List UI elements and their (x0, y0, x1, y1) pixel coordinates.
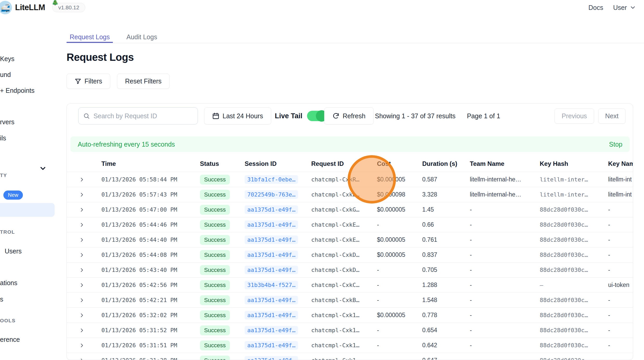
reset-filters-button[interactable]: Reset Filters (117, 74, 170, 89)
sidebar-section-tools: OOLS (0, 318, 16, 324)
showing-results-text: Showing 1 - 37 of 37 results (375, 112, 456, 120)
cell-request-id: chatcmpl-Cxk1… (311, 342, 377, 349)
col-duration: Duration (s) (422, 160, 470, 167)
session-id-link[interactable]: aa1375d1-e49f… (245, 356, 298, 360)
expand-row-chevron-icon[interactable] (67, 267, 101, 273)
expand-row-chevron-icon[interactable] (67, 192, 101, 198)
refresh-button[interactable]: Refresh (324, 107, 374, 125)
expand-row-chevron-icon[interactable] (67, 237, 101, 243)
cell-status: Success (200, 341, 245, 350)
cell-cost: $0.000005 (377, 236, 422, 243)
cell-session-id: aa1375d1-e49f… (245, 341, 311, 350)
cell-status: Success (200, 280, 245, 290)
previous-page-button[interactable]: Previous (555, 108, 594, 124)
live-tail-label: Live Tail (275, 112, 302, 120)
sidebar-item-guardrails[interactable]: ils (0, 134, 6, 142)
expand-row-chevron-icon[interactable] (67, 207, 101, 213)
cell-time: 01/13/2026 05:58:44 PM (101, 176, 200, 183)
expand-row-chevron-icon[interactable] (67, 176, 101, 183)
sidebar-item-logs-selected[interactable] (0, 203, 55, 217)
expand-row-chevron-icon[interactable] (67, 342, 101, 349)
cell-duration: 0.66 (422, 221, 470, 228)
sidebar-item-keys[interactable]: Keys (0, 55, 15, 63)
cell-time: 01/13/2026 05:32:02 PM (101, 312, 200, 318)
time-range-button[interactable]: Last 24 Hours (204, 107, 271, 125)
cell-key-name: - (608, 297, 633, 304)
table-row: 01/13/2026 05:57:43 PM Success 7022549b-… (67, 187, 633, 202)
expand-row-chevron-icon[interactable] (67, 357, 101, 360)
sidebar-collapse-chevron-icon[interactable] (39, 165, 47, 172)
session-id-link[interactable]: 7022549b-763e… (245, 190, 298, 199)
cell-team-name: - (470, 282, 540, 289)
sidebar-item-models-endpoints[interactable]: + Endpoints (0, 87, 35, 94)
cell-duration: 0.647 (422, 357, 470, 360)
cell-status: Success (200, 295, 245, 305)
cell-key-hash: 88dc28d0f030c… (540, 342, 608, 349)
session-id-link[interactable]: 31bfa1cf-0ebe… (245, 175, 298, 184)
sidebar-item-api-reference[interactable]: erence (0, 336, 20, 343)
tabs: Request Logs Audit Logs (67, 33, 644, 43)
session-id-link[interactable]: aa1375d1-e49f… (245, 220, 298, 229)
cell-cost: - (377, 282, 422, 289)
train-emoji-icon: 🚅 (0, 3, 10, 12)
expand-row-chevron-icon[interactable] (67, 252, 101, 258)
new-feature-badge: New (3, 191, 23, 200)
cell-time: 01/13/2026 05:42:56 PM (101, 282, 200, 288)
cell-status: Success (200, 205, 245, 215)
tab-audit-logs[interactable]: Audit Logs (123, 33, 160, 43)
session-id-link[interactable]: aa1375d1-e49f… (245, 311, 298, 319)
cell-key-hash: 88dc28d0f030c… (540, 327, 608, 333)
session-id-link[interactable]: aa1375d1-e49f… (245, 251, 298, 259)
sidebar-item-users[interactable]: Users (5, 247, 22, 255)
cell-duration: 0.654 (422, 327, 470, 334)
cell-request-id: chatcmpl-CxkR… (311, 176, 377, 183)
cell-key-name: - (608, 206, 633, 213)
search-box (78, 107, 198, 125)
session-id-link[interactable]: aa1375d1-e49f… (245, 341, 298, 350)
cell-key-name: - (608, 221, 633, 228)
expand-row-chevron-icon[interactable] (67, 282, 101, 288)
cell-team-name: - (470, 297, 540, 304)
tab-request-logs[interactable]: Request Logs (67, 33, 113, 43)
filters-button[interactable]: Filters (67, 74, 110, 89)
cell-cost: $0.000005 (377, 312, 422, 319)
cell-key-hash: litellm-inter… (540, 191, 608, 198)
cell-time: 01/13/2026 05:44:08 PM (101, 252, 200, 258)
session-id-link[interactable]: aa1375d1-e49f… (245, 266, 298, 274)
cell-request-id: chatcmpl-CxkD… (311, 252, 377, 258)
search-input[interactable] (93, 112, 193, 120)
version-label: v1.80.12 (58, 4, 79, 10)
cell-duration: 1.45 (422, 206, 470, 213)
sidebar-item-teams[interactable]: s (0, 296, 3, 303)
results-info: Showing 1 - 37 of 37 results Page 1 of 1 (375, 107, 500, 125)
expand-row-chevron-icon[interactable] (67, 327, 101, 333)
next-page-button[interactable]: Next (598, 108, 626, 124)
user-menu[interactable]: User (613, 4, 636, 11)
session-id-link[interactable]: aa1375d1-e49f… (245, 326, 298, 335)
cell-team-name: - (470, 221, 540, 228)
session-id-link[interactable]: 31b3b4b4-f527… (245, 281, 298, 289)
expand-row-chevron-icon[interactable] (67, 297, 101, 303)
cell-key-name: ui-token (608, 282, 633, 289)
sidebar-item-organizations[interactable]: ations (0, 279, 17, 287)
cell-cost: - (377, 297, 422, 304)
chevron-down-icon (629, 4, 636, 11)
cell-status: Success (200, 190, 245, 200)
cell-cost: - (377, 327, 422, 334)
status-badge: Success (200, 175, 230, 185)
docs-link[interactable]: Docs (588, 4, 603, 11)
stop-auto-refresh-button[interactable]: Stop (609, 141, 622, 148)
expand-row-chevron-icon[interactable] (67, 312, 101, 318)
app-window: 🚅 LiteLLM 🎄 v1.80.12 Docs User Keys und … (0, 0, 644, 360)
sidebar-item-playground[interactable]: und (0, 71, 11, 78)
cell-request-id: chatcmpl-CxkC… (311, 282, 377, 288)
table-row: 01/13/2026 05:44:46 PM Success aa1375d1-… (67, 217, 633, 232)
calendar-icon (212, 112, 219, 120)
expand-row-chevron-icon[interactable] (67, 222, 101, 228)
session-id-link[interactable]: aa1375d1-e49f… (245, 235, 298, 244)
live-tail-toggle[interactable] (307, 111, 327, 121)
col-status: Status (200, 160, 245, 167)
session-id-link[interactable]: aa1375d1-e49f… (245, 296, 298, 304)
session-id-link[interactable]: aa1375d1-e49f… (245, 205, 298, 214)
sidebar-item-servers[interactable]: rvers (0, 118, 15, 126)
